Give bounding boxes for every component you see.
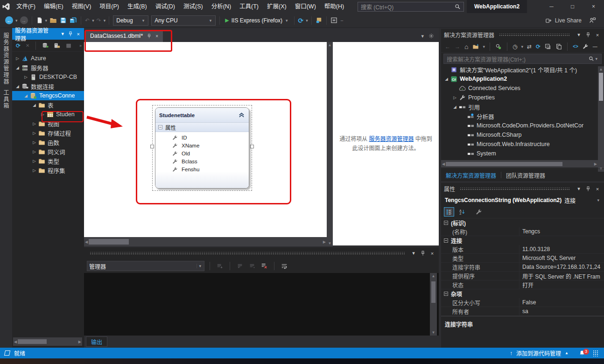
scroll-up-icon[interactable]: ▲ bbox=[431, 273, 436, 279]
dbml-methods-pane[interactable]: 通过将项从 服务器资源管理器 中拖到 此设计图面上来创建方法。 bbox=[333, 42, 439, 245]
resize-handle-right[interactable] bbox=[250, 145, 254, 148]
tree-collapsed-arrow-icon[interactable]: ▷ bbox=[22, 75, 29, 79]
property-row[interactable]: 所有者sa bbox=[441, 307, 604, 316]
active-files-dropdown-icon[interactable]: ▾ bbox=[421, 33, 424, 39]
maximize-button[interactable]: □ bbox=[562, 0, 583, 13]
scroll-down-icon[interactable]: ▼ bbox=[327, 240, 333, 246]
server-explorer-item[interactable]: ◢服务器 bbox=[12, 63, 84, 72]
pin-icon[interactable] bbox=[419, 251, 427, 256]
collapse-chevron-icon[interactable] bbox=[238, 112, 245, 119]
resize-handle-left[interactable] bbox=[150, 145, 154, 148]
scroll-right-icon[interactable]: ▶ bbox=[77, 339, 82, 345]
menu-item-9[interactable]: 工具(T) bbox=[235, 0, 263, 13]
menu-item-3[interactable]: 视图(V) bbox=[68, 0, 96, 13]
close-icon[interactable]: × bbox=[428, 251, 436, 256]
alphabetical-button[interactable]: AZ bbox=[457, 207, 467, 217]
tree-expanded-arrow-icon[interactable]: ◢ bbox=[451, 105, 458, 109]
property-pages-button[interactable] bbox=[474, 207, 484, 217]
menu-item-8[interactable]: 分析(N) bbox=[207, 0, 235, 13]
server-explorer-item[interactable]: ▷程序集 bbox=[12, 166, 84, 175]
back-dropdown-icon[interactable]: ▾ bbox=[14, 18, 19, 23]
solution-explorer-header[interactable]: 解决方案资源管理器 ▾ × bbox=[441, 29, 604, 41]
entity-field[interactable]: Fenshu bbox=[155, 165, 249, 173]
filter-caret-icon[interactable]: ▾ bbox=[520, 44, 524, 49]
save-all-button[interactable] bbox=[68, 15, 78, 26]
window-position-icon[interactable]: ▾ bbox=[575, 186, 583, 192]
scroll-left-icon[interactable]: ◀ bbox=[84, 239, 89, 245]
server-explorer-item[interactable]: ▷函数 bbox=[12, 138, 84, 147]
server-explorer-item[interactable]: ◢TengcsConne bbox=[12, 91, 84, 100]
property-value[interactable]: 打开 bbox=[520, 280, 604, 289]
entity-field[interactable]: Bclass bbox=[155, 157, 249, 165]
refresh-button[interactable]: ⟳ bbox=[534, 41, 542, 52]
refresh-button[interactable]: ⟳ bbox=[14, 40, 22, 51]
tab-solution-explorer[interactable]: 解决方案资源管理器 bbox=[441, 169, 501, 181]
server-explorer-item[interactable]: ◢数据连接 bbox=[12, 82, 84, 91]
property-value[interactable]: Microsoft SQL Server bbox=[520, 254, 604, 262]
solution-explorer-item[interactable]: 解决方案"WebApplication2"(1 个项目/共 1 个) bbox=[441, 65, 598, 74]
collapse-box-icon[interactable] bbox=[444, 238, 448, 243]
solution-vscrollbar[interactable]: ▲ ▼ bbox=[598, 66, 604, 172]
platform-select[interactable]: Any CPU ▾ bbox=[151, 15, 216, 26]
solution-explorer-item[interactable]: Microsoft.Web.Infrastructure bbox=[441, 140, 598, 149]
scroll-right-icon[interactable]: ▶ bbox=[322, 239, 327, 245]
tree-collapsed-arrow-icon[interactable]: ▷ bbox=[31, 121, 38, 126]
entity-properties-section[interactable]: 属性 bbox=[155, 123, 249, 132]
server-explorer-item[interactable]: ▷Studen bbox=[12, 110, 84, 119]
properties-button[interactable] bbox=[581, 41, 590, 52]
menu-item-4[interactable]: 项目(P) bbox=[95, 0, 123, 13]
property-value[interactable]: 11.00.3128 bbox=[520, 245, 604, 253]
scroll-left-icon[interactable]: ◀ bbox=[441, 161, 446, 167]
menu-item-12[interactable]: 帮助(H) bbox=[320, 0, 348, 13]
search-icon[interactable] bbox=[455, 4, 461, 10]
tree-collapsed-arrow-icon[interactable]: ▷ bbox=[451, 95, 458, 100]
window-position-icon[interactable]: ▾ bbox=[575, 32, 583, 38]
property-value[interactable]: 用于 SQL Server 的 .NET Fram bbox=[520, 272, 604, 280]
close-icon[interactable]: × bbox=[75, 31, 81, 37]
solution-explorer-item[interactable]: Microsoft.CodeDom.Providers.DotNetCor bbox=[441, 121, 598, 130]
property-row[interactable]: 连接字符串Data Source=172.168.10.71,24 bbox=[441, 263, 604, 272]
redo-dropdown-icon[interactable]: ▾ bbox=[103, 18, 107, 23]
server-explorer-item[interactable]: ▷同义词 bbox=[12, 147, 84, 156]
quick-search-input[interactable]: 搜索 (Ctrl+Q) bbox=[358, 2, 464, 12]
entity-header[interactable]: Studenettable bbox=[155, 108, 249, 123]
tree-expanded-arrow-icon[interactable]: ◢ bbox=[31, 103, 38, 107]
search-icon[interactable] bbox=[589, 56, 594, 62]
scroll-up-icon[interactable]: ▲ bbox=[327, 42, 333, 48]
tab-close-icon[interactable]: × bbox=[155, 34, 158, 39]
pin-icon[interactable] bbox=[584, 186, 592, 192]
server-explorer-link[interactable]: 服务器资源管理器 bbox=[369, 136, 414, 142]
add-to-source-control-button[interactable]: 添加到源代码管理 bbox=[516, 349, 561, 357]
designer-hscrollbar[interactable]: ◀ ▶ bbox=[84, 237, 327, 246]
tree-expanded-arrow-icon[interactable]: ◢ bbox=[443, 77, 450, 81]
tree-collapsed-arrow-icon[interactable]: ▷ bbox=[14, 56, 21, 61]
source-control-caret-icon[interactable]: ▲ bbox=[565, 351, 569, 355]
property-value[interactable]: False bbox=[520, 298, 604, 307]
forward-button[interactable]: → bbox=[453, 41, 462, 52]
tab-pin-icon[interactable] bbox=[147, 34, 152, 39]
solution-explorer-item[interactable]: ▷Properties bbox=[441, 93, 598, 102]
property-value[interactable]: Tengcs bbox=[520, 227, 604, 236]
connect-to-server-button[interactable] bbox=[52, 40, 62, 51]
menu-item-11[interactable]: 窗口(W) bbox=[291, 0, 320, 13]
entity-field[interactable]: Old bbox=[155, 149, 249, 157]
side-tab-toolbox[interactable]: 工具箱 bbox=[2, 90, 10, 109]
open-file-button[interactable] bbox=[48, 15, 58, 26]
toolbar-overflow-icon[interactable]: » bbox=[79, 43, 82, 48]
solution-explorer-item[interactable]: System bbox=[441, 149, 598, 158]
menu-item-1[interactable]: 文件(F) bbox=[12, 0, 40, 13]
undo-button[interactable]: ↶ bbox=[84, 15, 91, 26]
attach-to-process-button[interactable] bbox=[314, 15, 324, 26]
tree-expanded-arrow-icon[interactable]: ◢ bbox=[14, 84, 21, 89]
scroll-thumb[interactable] bbox=[446, 162, 562, 166]
property-row[interactable]: (名称)Tengcs bbox=[441, 227, 604, 236]
clear-all-button[interactable] bbox=[260, 260, 269, 272]
menu-item-10[interactable]: 扩展(X) bbox=[263, 0, 291, 13]
start-debugging-button[interactable]: ▶ IIS Express (Firefox) ▾ bbox=[222, 17, 291, 24]
solution-explorer-item[interactable]: Connected Services bbox=[441, 84, 598, 93]
scroll-thumb[interactable] bbox=[18, 339, 47, 344]
notifications-button[interactable]: 3 bbox=[579, 350, 585, 357]
navigate-forward-button[interactable]: → bbox=[19, 15, 29, 26]
minimize-button[interactable]: ─ bbox=[541, 0, 562, 13]
word-wrap-button[interactable] bbox=[280, 260, 289, 272]
